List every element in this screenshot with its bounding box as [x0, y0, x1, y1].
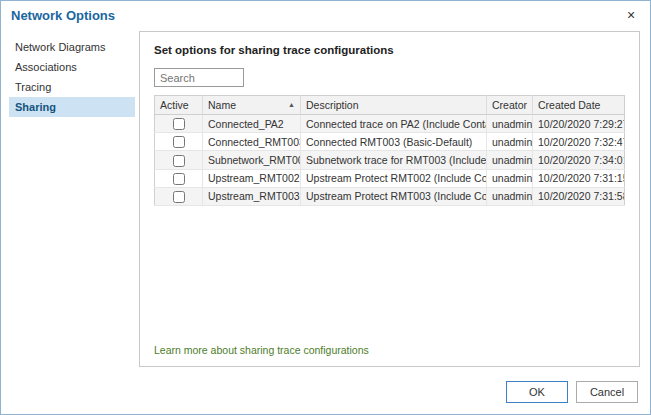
- sort-ascending-icon: ▲: [288, 101, 295, 108]
- sidebar-item-sharing[interactable]: Sharing: [9, 97, 135, 117]
- trace-configurations-table: Active Name ▲ Description Creator Create…: [154, 95, 625, 206]
- title-bar: Network Options ×: [1, 1, 650, 29]
- column-header-creator[interactable]: Creator: [487, 96, 533, 115]
- network-options-dialog: Network Options × Network Diagrams Assoc…: [0, 0, 651, 415]
- ok-button[interactable]: OK: [506, 381, 568, 403]
- dialog-title: Network Options: [11, 8, 115, 23]
- column-header-active[interactable]: Active: [155, 96, 203, 115]
- column-header-name[interactable]: Name ▲: [203, 96, 301, 115]
- sidebar-item-network-diagrams[interactable]: Network Diagrams: [9, 37, 135, 57]
- active-checkbox[interactable]: [173, 118, 185, 130]
- cell-description: Connected RMT003 (Basic-Default): [301, 133, 487, 151]
- cancel-button[interactable]: Cancel: [576, 381, 638, 403]
- active-checkbox[interactable]: [173, 191, 185, 203]
- cell-name: Subnetwork_RMT003: [203, 151, 301, 169]
- table-row[interactable]: Connected_PA2 Connected trace on PA2 (In…: [155, 115, 625, 133]
- close-icon[interactable]: ×: [622, 6, 640, 24]
- table-row[interactable]: Upstream_RMT003 Upstream Protect RMT003 …: [155, 187, 625, 205]
- cell-creator: unadmin: [487, 169, 533, 187]
- cell-created-date: 10/20/2020 7:32:47 PM: [533, 133, 625, 151]
- cell-created-date: 10/20/2020 7:29:27 PM: [533, 115, 625, 133]
- active-checkbox[interactable]: [173, 173, 185, 185]
- sidebar-item-associations[interactable]: Associations: [9, 57, 135, 77]
- cell-name: Upstream_RMT002: [203, 169, 301, 187]
- cell-created-date: 10/20/2020 7:31:15 PM: [533, 169, 625, 187]
- table-header-row: Active Name ▲ Description Creator Create…: [155, 96, 625, 115]
- cell-description: Subnetwork trace for RMT003 (Include Con…: [301, 151, 487, 169]
- search-input[interactable]: [154, 68, 244, 87]
- sharing-options-panel: Set options for sharing trace configurat…: [139, 31, 640, 367]
- column-header-created-date[interactable]: Created Date: [533, 96, 625, 115]
- cell-name: Connected_PA2: [203, 115, 301, 133]
- sidebar: Network Diagrams Associations Tracing Sh…: [9, 37, 135, 117]
- cell-creator: unadmin: [487, 151, 533, 169]
- cell-creator: unadmin: [487, 115, 533, 133]
- active-checkbox[interactable]: [173, 155, 185, 167]
- cell-created-date: 10/20/2020 7:34:01 PM: [533, 151, 625, 169]
- cell-name: Upstream_RMT003: [203, 187, 301, 205]
- active-checkbox[interactable]: [173, 136, 185, 148]
- sidebar-item-tracing[interactable]: Tracing: [9, 77, 135, 97]
- cell-created-date: 10/20/2020 7:31:58 PM: [533, 187, 625, 205]
- cell-name: Connected_RMT003: [203, 133, 301, 151]
- table-row[interactable]: Subnetwork_RMT003 Subnetwork trace for R…: [155, 151, 625, 169]
- dialog-footer: OK Cancel: [506, 381, 638, 403]
- panel-heading: Set options for sharing trace configurat…: [154, 44, 625, 56]
- table-row[interactable]: Connected_RMT003 Connected RMT003 (Basic…: [155, 133, 625, 151]
- cell-creator: unadmin: [487, 187, 533, 205]
- column-header-description[interactable]: Description: [301, 96, 487, 115]
- cell-creator: unadmin: [487, 133, 533, 151]
- cell-description: Upstream Protect RMT003 (Include Content…: [301, 187, 487, 205]
- cell-description: Upstream Protect RMT002 (Include Contain…: [301, 169, 487, 187]
- learn-more-link[interactable]: Learn more about sharing trace configura…: [154, 344, 625, 356]
- table-row[interactable]: Upstream_RMT002 Upstream Protect RMT002 …: [155, 169, 625, 187]
- cell-description: Connected trace on PA2 (Include Containe…: [301, 115, 487, 133]
